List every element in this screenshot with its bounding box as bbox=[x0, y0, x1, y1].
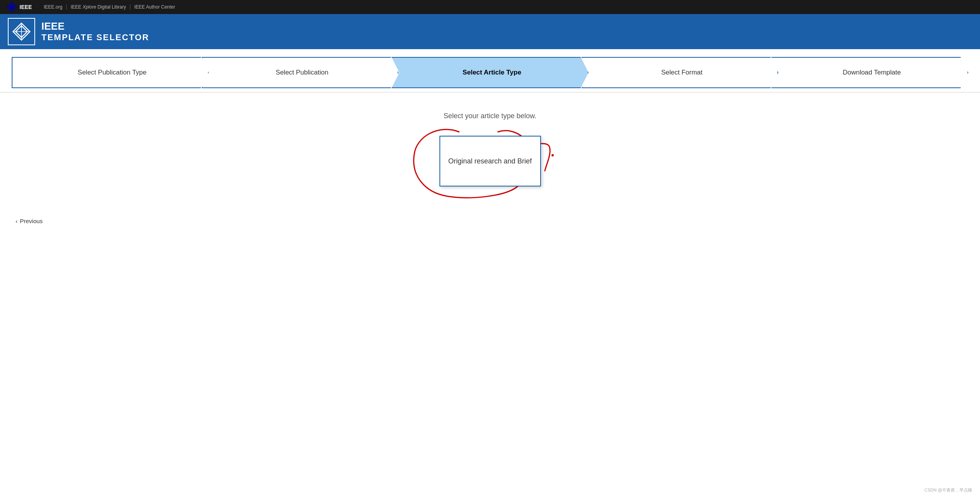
step-select-article-type[interactable]: Select Article Type bbox=[391, 57, 589, 88]
step-select-format[interactable]: Select Format bbox=[582, 57, 779, 88]
steps-container: Select Publication Type Select Publicati… bbox=[0, 49, 980, 92]
article-type-label: Original research and Brief bbox=[448, 157, 532, 165]
nav-link-author[interactable]: IEEE Author Center bbox=[130, 4, 179, 10]
ieee-main-logo-icon bbox=[12, 22, 31, 41]
previous-label: Previous bbox=[20, 218, 43, 224]
ieee-label: IEEE bbox=[41, 20, 149, 32]
step3-label: Select Article Type bbox=[462, 69, 521, 76]
chevron-left-icon: ‹ bbox=[16, 218, 18, 224]
nav-link-xplore[interactable]: IEEE Xplore Digital Library bbox=[67, 4, 130, 10]
step4-label: Select Format bbox=[661, 69, 703, 76]
top-nav: IEEE IEEE.org IEEE Xplore Digital Librar… bbox=[0, 0, 980, 14]
article-type-card[interactable]: Original research and Brief bbox=[439, 136, 541, 186]
ieee-diamond-icon bbox=[6, 2, 17, 12]
nav-links: IEEE.org IEEE Xplore Digital Library IEE… bbox=[40, 4, 179, 10]
svg-point-6 bbox=[551, 154, 554, 156]
nav-link-ieee[interactable]: IEEE.org bbox=[40, 4, 67, 10]
header-title: IEEE TEMPLATE SELECTOR bbox=[41, 20, 149, 43]
step2-label: Select Publication bbox=[276, 69, 328, 76]
template-selector-title: TEMPLATE SELECTOR bbox=[41, 32, 149, 43]
annotation-area: Original research and Brief bbox=[439, 136, 541, 186]
header-logo-box bbox=[8, 18, 35, 45]
header: IEEE TEMPLATE SELECTOR bbox=[0, 14, 980, 49]
main-content: Select your article type below. Original… bbox=[0, 92, 980, 206]
ieee-logo-text: IEEE bbox=[20, 4, 32, 10]
step-select-publication-type[interactable]: Select Publication Type bbox=[12, 57, 209, 88]
step-select-publication[interactable]: Select Publication bbox=[202, 57, 399, 88]
instruction-text: Select your article type below. bbox=[443, 112, 536, 120]
previous-button[interactable]: ‹ Previous bbox=[16, 218, 43, 224]
step-download-template[interactable]: Download Template bbox=[771, 57, 968, 88]
step1-label: Select Publication Type bbox=[78, 69, 146, 76]
bottom-nav: ‹ Previous bbox=[0, 206, 980, 236]
ieee-logo-small: IEEE bbox=[6, 2, 32, 12]
step5-label: Download Template bbox=[843, 69, 901, 76]
